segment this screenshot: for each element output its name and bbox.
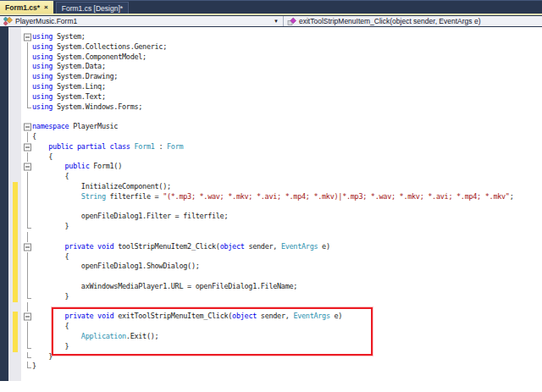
fold-gutter <box>24 152 33 163</box>
navigation-bar: PlayerMusic.Form1 ▼ exitToolStripMenuIte… <box>0 15 542 27</box>
code-line: { <box>0 252 542 262</box>
code-line <box>0 272 542 282</box>
code-line: using System.Collections.Generic; <box>0 42 542 52</box>
vs-editor-window: Form1.cs* × Form1.cs [Design]* PlayerMus… <box>0 0 542 392</box>
fold-gutter <box>24 82 33 92</box>
code-line: } <box>0 222 542 232</box>
fold-gutter <box>24 342 33 352</box>
code-line: using System.Windows.Forms; <box>0 102 542 113</box>
fold-gutter <box>24 192 33 202</box>
fold-gutter <box>24 282 33 292</box>
types-dropdown[interactable]: PlayerMusic.Form1 ▼ <box>0 16 283 26</box>
fold-toggle-icon[interactable] <box>24 124 31 131</box>
fold-gutter <box>24 232 33 242</box>
fold-gutter <box>24 352 33 362</box>
fold-gutter <box>24 62 33 72</box>
fold-gutter <box>24 262 33 272</box>
code-line: public Form1() <box>0 162 542 172</box>
fold-gutter <box>24 272 33 282</box>
fold-toggle-icon[interactable] <box>24 313 31 321</box>
code-line <box>0 202 542 213</box>
code-line: using System.ComponentModel; <box>0 52 542 63</box>
tab-label: Form1.cs [Design]* <box>62 4 123 13</box>
code-line: { <box>0 132 542 142</box>
fold-toggle-icon[interactable] <box>24 143 31 151</box>
fold-toggle-icon[interactable] <box>24 163 31 171</box>
fold-gutter <box>24 72 33 82</box>
fold-gutter <box>24 162 33 172</box>
class-icon <box>3 17 13 26</box>
members-dropdown-value: exitToolStripMenuItem_Click(object sende… <box>299 17 480 25</box>
fold-gutter <box>24 102 33 113</box>
code-line: axWindowsMediaPlayer1.URL = openFileDial… <box>0 282 542 292</box>
code-line: { <box>0 152 542 163</box>
fold-gutter <box>24 202 33 213</box>
fold-gutter <box>24 42 33 52</box>
code-line: public partial class Form1 : Form <box>0 142 542 152</box>
fold-gutter <box>24 292 33 302</box>
fold-gutter <box>24 322 33 332</box>
red-highlight-rectangle <box>52 307 373 355</box>
tab-label: Form1.cs* <box>5 3 40 12</box>
fold-gutter <box>24 122 33 132</box>
fold-gutter <box>24 212 33 222</box>
fold-gutter <box>24 132 33 142</box>
method-icon <box>287 17 296 26</box>
fold-gutter <box>24 302 33 312</box>
code-line: String filterfile = "(*.mp3; *.wav; *.mk… <box>0 192 542 202</box>
fold-gutter <box>24 362 33 372</box>
types-dropdown-value: PlayerMusic.Form1 <box>15 17 271 25</box>
code-line: using System.Data; <box>0 62 542 72</box>
fold-gutter <box>24 32 33 42</box>
fold-gutter <box>24 242 33 252</box>
code-line: private void toolStripMenuItem2_Click(ob… <box>0 242 542 252</box>
code-line <box>0 232 542 242</box>
members-dropdown[interactable]: exitToolStripMenuItem_Click(object sende… <box>283 16 542 26</box>
code-line: using System.Text; <box>0 92 542 102</box>
code-line: using System; <box>0 32 542 42</box>
fold-gutter <box>24 172 33 182</box>
code-line: namespace PlayerMusic <box>0 122 542 132</box>
code-line: openFileDialog1.Filter = filterfile; <box>0 212 542 222</box>
code-line: } <box>0 292 542 302</box>
code-line: using System.Drawing; <box>0 72 542 82</box>
fold-toggle-icon[interactable] <box>24 243 31 251</box>
code-line: using System.Linq; <box>0 82 542 92</box>
fold-gutter <box>24 312 33 322</box>
fold-gutter <box>24 142 33 152</box>
code-line <box>0 112 542 122</box>
close-icon[interactable]: × <box>44 4 48 11</box>
fold-gutter <box>24 182 33 192</box>
code-line: } <box>0 362 542 372</box>
fold-gutter <box>24 332 33 342</box>
document-tabstrip: Form1.cs* × Form1.cs [Design]* <box>0 0 542 14</box>
fold-toggle-icon[interactable] <box>24 33 31 41</box>
fold-gutter <box>24 92 33 102</box>
fold-gutter <box>24 222 33 232</box>
chevron-down-icon[interactable]: ▼ <box>274 19 279 24</box>
tab-form1-cs-design[interactable]: Form1.cs [Design]* <box>56 2 129 14</box>
fold-gutter <box>24 52 33 63</box>
code-editor[interactable]: using System;using System.Collections.Ge… <box>0 27 542 392</box>
code-line: openFileDialog1.ShowDialog(); <box>0 262 542 272</box>
tab-form1-cs[interactable]: Form1.cs* × <box>0 1 53 14</box>
fold-gutter <box>24 252 33 262</box>
code-line: { <box>0 172 542 182</box>
fold-gutter <box>24 112 33 122</box>
code-line: InitializeComponent(); <box>0 182 542 192</box>
